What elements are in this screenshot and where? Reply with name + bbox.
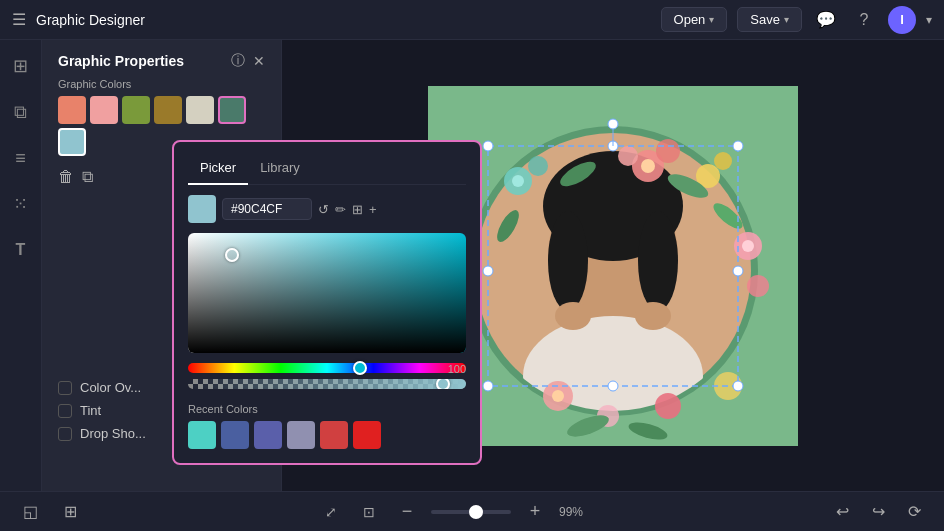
hex-input[interactable] bbox=[222, 198, 312, 220]
sidebar-icon-components[interactable]: ⁙ bbox=[5, 188, 37, 220]
checkbox-color-overlay-box[interactable] bbox=[58, 381, 72, 395]
eyedropper-icon[interactable]: ✏ bbox=[335, 202, 346, 217]
zoom-in-icon[interactable]: + bbox=[521, 498, 549, 526]
svg-point-36 bbox=[483, 141, 493, 151]
hex-swatch[interactable] bbox=[188, 195, 216, 223]
color-swatch-1[interactable] bbox=[90, 96, 118, 124]
svg-point-11 bbox=[635, 302, 671, 330]
svg-point-43 bbox=[483, 266, 493, 276]
color-swatch-5[interactable] bbox=[218, 96, 246, 124]
bottom-left-icons: ◱ ⊞ bbox=[16, 498, 84, 526]
color-picker-popup: Picker Library ↺ ✏ ⊞ + bbox=[172, 140, 482, 465]
hue-slider[interactable] bbox=[188, 363, 466, 373]
svg-point-45 bbox=[608, 119, 618, 129]
svg-point-29 bbox=[552, 390, 564, 402]
color-swatch-6[interactable] bbox=[58, 128, 86, 156]
recent-swatch-4[interactable] bbox=[320, 421, 348, 449]
recent-swatch-1[interactable] bbox=[221, 421, 249, 449]
svg-point-41 bbox=[608, 381, 618, 391]
canvas-image-container bbox=[428, 86, 798, 446]
crop-icon[interactable]: ⊡ bbox=[355, 498, 383, 526]
graphic-colors-label: Graphic Colors bbox=[42, 78, 281, 96]
svg-point-18 bbox=[528, 156, 548, 176]
recent-swatch-5[interactable] bbox=[353, 421, 381, 449]
chevron-down-icon: ▾ bbox=[926, 13, 932, 27]
topbar: ☰ Graphic Designer Open ▾ Save ▾ 💬 ? I ▾ bbox=[0, 0, 944, 40]
tab-picker[interactable]: Picker bbox=[188, 156, 248, 185]
svg-point-14 bbox=[656, 139, 680, 163]
svg-point-21 bbox=[747, 275, 769, 297]
svg-point-20 bbox=[742, 240, 754, 252]
svg-point-40 bbox=[733, 381, 743, 391]
svg-point-10 bbox=[555, 302, 591, 330]
zoom-value: 99% bbox=[559, 505, 595, 519]
swap-icon[interactable]: ↺ bbox=[318, 202, 329, 217]
sidebar-icon-grid[interactable]: ⊞ bbox=[5, 50, 37, 82]
redo-icon[interactable]: ↪ bbox=[864, 498, 892, 526]
panel-header: Graphic Properties ⓘ ✕ bbox=[42, 40, 281, 78]
svg-point-7 bbox=[638, 211, 678, 311]
panel-title: Graphic Properties bbox=[58, 53, 184, 69]
picker-gradient-canvas[interactable] bbox=[188, 233, 466, 353]
tab-library[interactable]: Library bbox=[248, 156, 312, 185]
svg-point-30 bbox=[655, 393, 681, 419]
color-swatch-3[interactable] bbox=[154, 96, 182, 124]
sidebar-icon-layers[interactable]: ≡ bbox=[5, 142, 37, 174]
undo-icon[interactable]: ↩ bbox=[828, 498, 856, 526]
svg-point-23 bbox=[714, 152, 732, 170]
opacity-value: 100 bbox=[448, 363, 466, 375]
history-icon[interactable]: ⟳ bbox=[900, 498, 928, 526]
svg-point-42 bbox=[483, 381, 493, 391]
left-panel: Graphic Properties ⓘ ✕ Graphic Colors 🗑 … bbox=[42, 40, 282, 491]
color-swatch-4[interactable] bbox=[186, 96, 214, 124]
sidebar-icon-text[interactable]: T bbox=[5, 234, 37, 266]
close-icon[interactable]: ✕ bbox=[253, 53, 265, 69]
recent-colors-label: Recent Colors bbox=[188, 403, 466, 415]
delete-icon[interactable]: 🗑 bbox=[58, 168, 74, 186]
fit-screen-icon[interactable]: ⤢ bbox=[317, 498, 345, 526]
recent-colors-row bbox=[188, 421, 466, 449]
plus-icon[interactable]: + bbox=[369, 202, 377, 217]
menu-icon[interactable]: ☰ bbox=[12, 10, 26, 29]
zoom-slider[interactable] bbox=[431, 510, 511, 514]
open-chevron-icon: ▾ bbox=[709, 14, 714, 25]
save-button[interactable]: Save ▾ bbox=[737, 7, 802, 32]
icon-sidebar: ⊞ ⧉ ≡ ⁙ T bbox=[0, 40, 42, 491]
grid-view-icon[interactable]: ⊞ bbox=[56, 498, 84, 526]
checkbox-tint-box[interactable] bbox=[58, 404, 72, 418]
save-chevron-icon: ▾ bbox=[784, 14, 789, 25]
svg-point-13 bbox=[641, 159, 655, 173]
color-swatch-0[interactable] bbox=[58, 96, 86, 124]
recent-swatch-2[interactable] bbox=[254, 421, 282, 449]
opacity-row: 100 bbox=[188, 379, 466, 389]
picker-tabs: Picker Library bbox=[188, 156, 466, 185]
svg-point-38 bbox=[733, 141, 743, 151]
panel-header-icons: ⓘ ✕ bbox=[231, 52, 265, 70]
avatar[interactable]: I bbox=[888, 6, 916, 34]
svg-point-39 bbox=[733, 266, 743, 276]
opacity-slider[interactable] bbox=[188, 379, 466, 389]
chat-icon[interactable]: 💬 bbox=[812, 6, 840, 34]
bottom-bar: ◱ ⊞ ⤢ ⊡ − + 99% ↩ ↪ ⟳ bbox=[0, 491, 944, 531]
recent-swatch-0[interactable] bbox=[188, 421, 216, 449]
bottom-center-controls: ⤢ ⊡ − + 99% bbox=[317, 498, 595, 526]
svg-point-17 bbox=[512, 175, 524, 187]
help-icon[interactable]: ? bbox=[850, 6, 878, 34]
zoom-out-icon[interactable]: − bbox=[393, 498, 421, 526]
sidebar-icon-sliders[interactable]: ⧉ bbox=[5, 96, 37, 128]
topbar-actions: 💬 ? I ▾ bbox=[812, 6, 932, 34]
svg-point-6 bbox=[548, 211, 588, 311]
copy-icon[interactable]: ⧉ bbox=[82, 168, 93, 186]
info-icon[interactable]: ⓘ bbox=[231, 52, 245, 70]
open-button[interactable]: Open ▾ bbox=[661, 7, 728, 32]
bottom-right-icons: ↩ ↪ ⟳ bbox=[828, 498, 928, 526]
layer-icon[interactable]: ◱ bbox=[16, 498, 44, 526]
main-layout: ⊞ ⧉ ≡ ⁙ T Graphic Properties ⓘ ✕ Graphic… bbox=[0, 40, 944, 491]
checkbox-drop-shadow-box[interactable] bbox=[58, 427, 72, 441]
canvas-svg bbox=[428, 86, 798, 446]
grid-icon[interactable]: ⊞ bbox=[352, 202, 363, 217]
color-swatch-2[interactable] bbox=[122, 96, 150, 124]
recent-swatch-3[interactable] bbox=[287, 421, 315, 449]
picker-hex-row: ↺ ✏ ⊞ + bbox=[188, 195, 466, 223]
svg-point-15 bbox=[618, 146, 638, 166]
